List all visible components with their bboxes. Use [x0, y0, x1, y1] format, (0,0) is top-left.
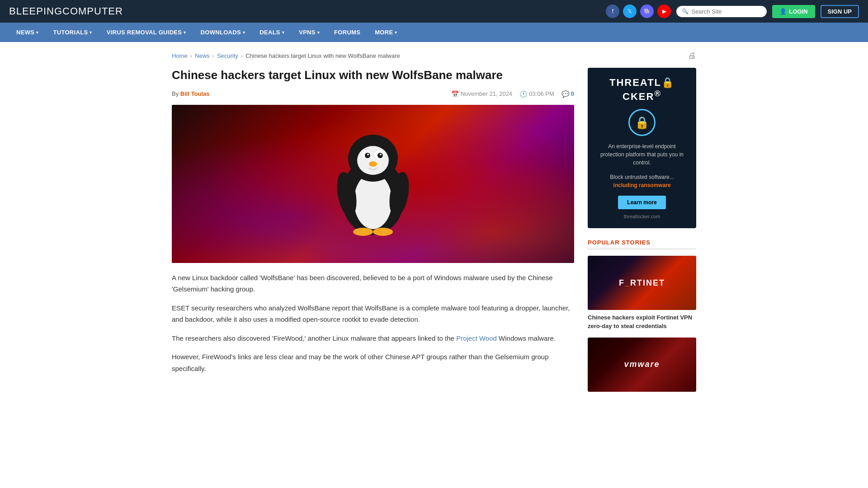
chevron-down-icon: ▾	[36, 30, 38, 35]
story-title-fortinet: Chinese hackers exploit Fortinet VPN zer…	[588, 314, 696, 330]
breadcrumb-home[interactable]: Home	[172, 52, 188, 59]
story-thumb-vmware: vmware	[588, 338, 696, 392]
chevron-down-icon: ▾	[395, 30, 397, 35]
project-wood-link[interactable]: Project Wood	[456, 334, 497, 342]
site-header: BLEEPINGCOMPUTER f 𝕏 🐘 ▶ 🔍 👤 LOGIN SIGN …	[0, 0, 868, 23]
chevron-down-icon: ▾	[184, 30, 186, 35]
article-para-4: However, FireWood's links are less clear…	[172, 351, 574, 374]
meta-right: 📅 November 21, 2024 🕐 03:06 PM 💬 0	[451, 90, 574, 98]
chevron-down-icon: ▾	[243, 30, 245, 35]
logo-light: COMPUTER	[62, 5, 123, 17]
article: Chinese hackers target Linux with new Wo…	[172, 68, 574, 399]
svg-point-6	[367, 154, 369, 155]
search-input[interactable]	[691, 8, 761, 15]
ad-tagline: An enterprise-level endpoint protection …	[597, 142, 687, 167]
breadcrumb-sep-1: ›	[190, 52, 192, 59]
story-card-vmware[interactable]: vmware	[588, 338, 696, 392]
nav-virus-removal[interactable]: VIRUS REMOVAL GUIDES ▾	[99, 23, 193, 42]
author-link[interactable]: Bill Toulas	[180, 90, 210, 97]
ad-threatlocker: THREATL🔒CKER® 🔒 An enterprise-level endp…	[588, 68, 696, 228]
facebook-icon[interactable]: f	[606, 5, 619, 18]
article-para-2: ESET security researchers who analyzed W…	[172, 302, 574, 325]
article-author: By Bill Toulas	[172, 90, 210, 97]
ad-domain: threatlocker.com	[597, 214, 687, 219]
mastodon-icon[interactable]: 🐘	[640, 5, 654, 18]
header-right: f 𝕏 🐘 ▶ 🔍 👤 LOGIN SIGN UP	[606, 5, 859, 18]
signup-button[interactable]: SIGN UP	[821, 5, 859, 18]
chevron-down-icon: ▾	[317, 30, 320, 35]
site-logo[interactable]: BLEEPINGCOMPUTER	[9, 5, 123, 17]
nav-more[interactable]: MORE ▾	[368, 23, 405, 42]
youtube-icon[interactable]: ▶	[657, 5, 671, 18]
search-icon: 🔍	[682, 8, 689, 14]
article-para-3: The researchers also discovered 'FireWoo…	[172, 333, 574, 344]
calendar-icon: 📅	[451, 90, 459, 98]
nav-news[interactable]: NEWS ▾	[9, 23, 46, 42]
article-meta: By Bill Toulas 📅 November 21, 2024 🕐 03:…	[172, 90, 574, 98]
svg-point-5	[365, 153, 370, 158]
main-nav: NEWS ▾ TUTORIALS ▾ VIRUS REMOVAL GUIDES …	[0, 23, 868, 42]
print-icon[interactable]: 🖨	[688, 51, 696, 61]
chevron-down-icon: ▾	[282, 30, 284, 35]
logo-bold: BLEEPING	[9, 5, 62, 17]
article-comments[interactable]: 💬 0	[561, 90, 574, 98]
ad-icon: 🔒	[628, 109, 656, 136]
chevron-down-icon: ▾	[90, 30, 92, 35]
article-title: Chinese hackers target Linux with new Wo…	[172, 68, 574, 83]
popular-stories: POPULAR STORIES F_RTINET Chinese hackers…	[588, 239, 696, 391]
svg-point-9	[380, 154, 382, 155]
breadcrumb-sep-3: ›	[241, 52, 243, 59]
ad-learn-more-button[interactable]: Learn more	[618, 196, 665, 209]
login-label: LOGIN	[789, 8, 807, 15]
story-thumb-fortinet: F_RTINET	[588, 256, 696, 310]
svg-point-3	[357, 146, 389, 175]
clock-icon: 🕐	[519, 90, 527, 98]
nav-tutorials[interactable]: TUTORIALS ▾	[46, 23, 99, 42]
breadcrumb: Home › News › Security › Chinese hackers…	[172, 52, 400, 59]
search-box: 🔍	[676, 6, 767, 17]
login-button[interactable]: 👤 LOGIN	[772, 5, 815, 18]
penguin-image	[323, 124, 423, 243]
breadcrumb-row: Home › News › Security › Chinese hackers…	[172, 51, 696, 61]
article-para-1: A new Linux backdoor called 'WolfsBane' …	[172, 272, 574, 295]
nav-forums[interactable]: FORUMS	[327, 23, 368, 42]
svg-point-14	[373, 228, 393, 236]
breadcrumb-sep-2: ›	[212, 52, 214, 59]
breadcrumb-security[interactable]: Security	[217, 52, 238, 59]
article-body: A new Linux backdoor called 'WolfsBane' …	[172, 272, 574, 375]
main-container: Home › News › Security › Chinese hackers…	[163, 42, 705, 408]
article-time: 🕐 03:06 PM	[519, 90, 554, 98]
sidebar: THREATL🔒CKER® 🔒 An enterprise-level endp…	[588, 68, 696, 399]
article-hero-image	[172, 105, 574, 263]
ad-logo: THREATL🔒CKER®	[597, 77, 687, 103]
svg-point-13	[353, 228, 373, 236]
content-wrapper: Home › News › Security › Chinese hackers…	[172, 51, 696, 399]
content-row: Chinese hackers target Linux with new Wo…	[172, 68, 696, 399]
svg-point-10	[369, 161, 377, 167]
breadcrumb-current: Chinese hackers target Linux with new Wo…	[245, 52, 400, 59]
nav-deals[interactable]: DEALS ▾	[252, 23, 292, 42]
social-icons: f 𝕏 🐘 ▶	[606, 5, 671, 18]
user-icon: 👤	[779, 8, 787, 15]
nav-vpns[interactable]: VPNS ▾	[292, 23, 327, 42]
svg-point-8	[377, 153, 383, 158]
breadcrumb-news[interactable]: News	[195, 52, 210, 59]
nav-downloads[interactable]: DOWNLOADS ▾	[193, 23, 253, 42]
comment-icon: 💬	[561, 90, 569, 98]
ad-highlight: Block untrusted software... including ra…	[597, 173, 687, 189]
story-card-fortinet[interactable]: F_RTINET Chinese hackers exploit Fortine…	[588, 256, 696, 330]
article-date: 📅 November 21, 2024	[451, 90, 512, 98]
twitter-icon[interactable]: 𝕏	[623, 5, 637, 18]
popular-stories-title: POPULAR STORIES	[588, 239, 696, 249]
